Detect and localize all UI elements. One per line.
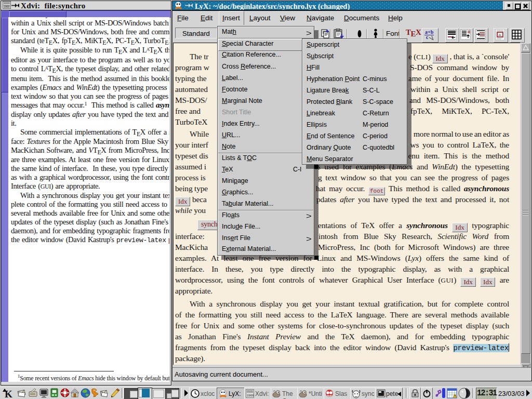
svg-text:1969: 1969 <box>4 5 9 8</box>
svg-text:1969: 1969 <box>247 394 254 397</box>
svg-text:K: K <box>5 389 12 399</box>
